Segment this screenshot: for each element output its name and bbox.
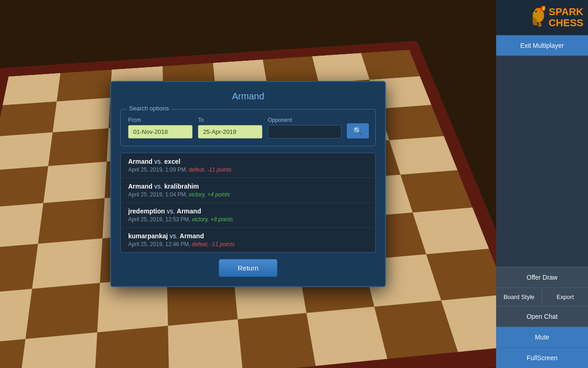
from-field-group: From [128,117,192,138]
opponent-input[interactable] [268,125,341,138]
logo-area: SPARK CHESS [496,0,588,35]
sidebar-spacer [496,56,588,267]
result-match-title: Armand vs. excel [128,158,368,165]
player1-name: Armand [128,183,153,190]
result-date: April 25, 2019, 1:09 PM, [128,167,187,173]
sidebar: SPARK CHESS Exit Multiplayer Offer Draw … [496,0,588,368]
logo-spark: SPARK [549,6,583,17]
svg-point-4 [543,7,544,10]
result-outcome: defeat, -11 points [189,167,232,173]
horse-logo-icon [528,6,548,29]
result-outcome: victory, +4 points [189,191,230,198]
search-button[interactable]: 🔍 [347,123,369,138]
result-match-title: jredemption vs. Armand [128,207,368,215]
result-detail: April 25, 2019, 1:09 PM, defeat, -11 poi… [128,167,368,173]
player2-name: Armand [180,232,204,240]
vs-text: vs. [154,158,163,165]
modal-title: Armand [120,91,376,102]
result-date: April 25, 2019, 1:04 PM, [128,191,187,198]
search-fields: From To Opponent 🔍 [128,117,368,138]
board-style-button[interactable]: Board Style [496,288,543,306]
opponent-field-group: Opponent [268,117,341,138]
search-options-legend: Search options [126,105,172,112]
list-item[interactable]: kumarpankaj vs. ArmandApril 25, 2019, 12… [121,228,375,252]
modal-overlay: Armand Search options From To Opponent 🔍 [0,0,496,368]
result-outcome: defeat, -11 points [192,241,235,247]
fullscreen-button[interactable]: FullScreen [496,347,588,368]
app-title: SPARK CHESS [548,6,583,29]
vs-text: vs. [170,232,178,240]
return-button[interactable]: Return [219,259,277,277]
open-chat-button[interactable]: Open Chat [496,306,588,327]
modal-footer: Return [120,259,376,277]
player1-name: jredemption [128,207,165,215]
mute-button[interactable]: Mute [496,327,588,347]
result-date: April 25, 2019, 12:46 PM, [128,241,190,247]
export-button[interactable]: Export [543,288,588,306]
to-label: To [198,117,262,123]
modal-dialog: Armand Search options From To Opponent 🔍 [110,81,386,287]
list-item[interactable]: Armand vs. excelApril 25, 2019, 1:09 PM,… [121,153,375,178]
list-item[interactable]: Armand vs. kralibrahimApril 25, 2019, 1:… [121,178,375,203]
result-detail: April 25, 2019, 12:46 PM, defeat, -11 po… [128,241,368,247]
to-field-group: To [198,117,262,138]
offer-draw-button[interactable]: Offer Draw [496,267,588,288]
vs-text: vs. [167,207,175,215]
board-style-export-row: Board Style Export [496,288,588,306]
result-match-title: kumarpankaj vs. Armand [128,232,368,240]
player1-name: Armand [128,158,153,165]
player2-name: Armand [177,207,201,215]
results-list[interactable]: Armand vs. excelApril 25, 2019, 1:09 PM,… [120,153,376,253]
from-input[interactable] [128,125,192,138]
logo-chess: CHESS [548,17,583,29]
from-label: From [128,117,192,123]
svg-point-1 [535,11,537,12]
list-item[interactable]: jredemption vs. ArmandApril 25, 2019, 12… [121,203,375,228]
result-detail: April 25, 2019, 12:53 PM, victory, +8 po… [128,216,368,223]
result-match-title: Armand vs. kralibrahim [128,183,368,190]
result-detail: April 25, 2019, 1:04 PM, victory, +4 poi… [128,191,368,198]
player2-name: kralibrahim [164,183,199,190]
result-outcome: victory, +8 points [192,216,233,223]
search-options-group: Search options From To Opponent 🔍 [120,109,376,146]
to-input[interactable] [198,125,262,138]
search-icon: 🔍 [353,127,362,135]
player2-name: excel [164,158,181,165]
vs-text: vs. [154,183,163,190]
opponent-label: Opponent [268,117,341,123]
player1-name: kumarpankaj [128,232,168,240]
result-date: April 25, 2019, 12:53 PM, [128,216,190,223]
exit-multiplayer-button[interactable]: Exit Multiplayer [496,35,588,56]
